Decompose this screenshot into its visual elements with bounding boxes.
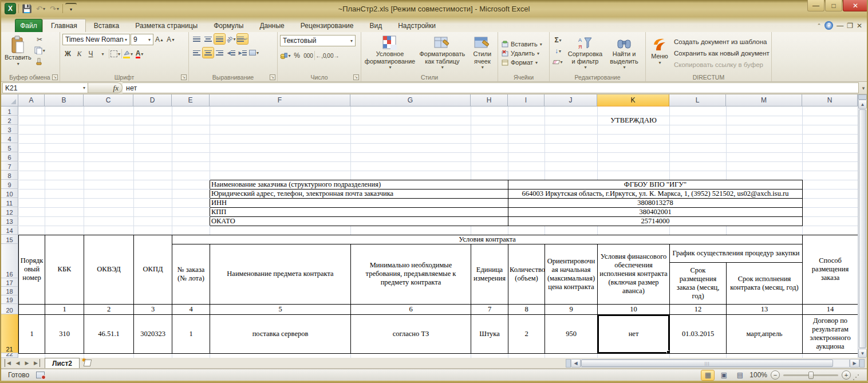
th-order-no[interactable]: № заказа (№ лота) [172,244,210,304]
cell[interactable] [471,171,508,180]
wrap-text-icon[interactable]: ↵ [237,34,248,44]
cell[interactable] [545,106,598,116]
th-terms[interactable]: Условия контракта [172,235,803,244]
workbook-minimize-icon[interactable]: — [837,22,843,30]
cell-I21[interactable]: 2 [508,314,545,353]
cell[interactable] [508,143,545,152]
directum-create-from-template[interactable]: Создать документ из шаблона [672,37,772,46]
scroll-left-icon[interactable]: ◀ [571,359,581,368]
cell[interactable] [670,116,727,125]
cell[interactable] [134,106,172,116]
delete-cells-button[interactable]: Удалить▾ [500,49,540,57]
underline-dropdown-icon[interactable]: ▾ [97,49,108,59]
info-value[interactable]: 3808013278 [508,198,803,207]
cell[interactable] [670,161,727,171]
cell[interactable] [45,189,84,198]
cell-H21[interactable]: Штука [471,314,508,353]
dialog-launcher-icon[interactable]: ↘ [52,74,58,80]
col-num[interactable]: 4 [172,304,210,314]
cell[interactable] [803,198,858,207]
sort-filter-button[interactable]: АЯ Сортировка и фильтр▾ [564,34,606,72]
tab-view[interactable]: Вид [361,19,390,32]
number-format-select[interactable]: Текстовый▾ [280,35,356,46]
orientation-icon[interactable]: ab▾ [226,34,236,44]
cell[interactable] [803,125,858,134]
cell[interactable] [84,152,134,161]
paste-button[interactable]: Вставить▾ [2,34,34,68]
row-header-16[interactable]: 16 [1,244,18,278]
info-value[interactable]: 25714000 [508,216,803,226]
cell[interactable] [471,125,508,134]
info-value[interactable]: ФГБОУ ВПО "ИГУ" [508,180,803,189]
cell[interactable] [172,207,210,216]
cell[interactable] [727,152,803,161]
col-header-D[interactable]: D [133,94,172,106]
cell[interactable] [598,353,670,358]
cell-A21[interactable]: 1 [19,314,45,353]
cell[interactable] [45,198,84,207]
borders-icon[interactable]: ▾ [110,49,121,59]
first-sheet-icon[interactable]: ◀ [5,359,13,367]
info-value[interactable]: 380402001 [508,207,803,216]
horizontal-scrollbar[interactable]: ◀ ||| ▶ [566,358,867,368]
cell[interactable] [84,116,134,125]
insert-cells-button[interactable]: Вставить▾ [500,40,543,48]
cell[interactable] [545,171,598,180]
increase-indent-icon[interactable]: ▶ [237,48,248,58]
cut-icon[interactable]: ✂ [34,34,45,45]
macro-record-icon[interactable] [36,372,45,378]
cell[interactable] [727,125,803,134]
cell[interactable] [19,216,45,226]
cell[interactable] [803,152,858,161]
cell[interactable] [172,161,210,171]
cell[interactable] [210,161,351,171]
prev-sheet-icon[interactable]: ◀ [14,359,22,367]
cell[interactable] [727,143,803,152]
col-num[interactable]: 13 [727,304,803,314]
cell[interactable] [545,125,598,134]
cell[interactable] [210,125,351,134]
cell[interactable] [471,143,508,152]
save-icon[interactable]: 💾 [21,3,33,14]
cell[interactable] [545,353,598,358]
cell-K2-approve[interactable]: УТВЕРЖДАЮ [598,116,670,125]
cell[interactable] [351,106,471,116]
cell[interactable] [84,180,134,189]
autosum-icon[interactable]: Σ▾ [553,35,563,45]
maximize-button[interactable]: □ [825,0,842,11]
insert-function-button[interactable]: fx [88,82,123,93]
th-okved[interactable]: ОКВЭД [84,235,134,304]
col-header-H[interactable]: H [471,94,508,106]
cell[interactable] [134,226,172,235]
bold-button[interactable]: Ж [62,49,73,59]
cell[interactable] [84,189,134,198]
row-header-5[interactable]: 5 [1,143,18,152]
cell[interactable] [210,134,351,143]
row-header-13[interactable]: 13 [1,216,18,226]
cell[interactable] [727,134,803,143]
cell[interactable] [727,116,803,125]
cell[interactable] [45,152,84,161]
cell[interactable] [351,125,471,134]
decrease-decimal-icon[interactable]: ,00→ [327,50,338,61]
cell[interactable] [545,116,598,125]
cell-G21[interactable]: согласно ТЗ [351,314,471,353]
cell[interactable] [45,216,84,226]
row-header-8[interactable]: 8 [1,171,18,180]
cell[interactable] [172,180,210,189]
cell[interactable] [471,152,508,161]
cell[interactable] [670,106,727,116]
cell[interactable] [803,116,858,125]
cell[interactable] [172,143,210,152]
cell[interactable] [45,134,84,143]
cell[interactable] [670,134,727,143]
cell[interactable] [803,161,858,171]
cell[interactable] [45,161,84,171]
cell-L21[interactable]: 01.03.2015 [670,314,727,353]
font-size-select[interactable]: 9▾ [131,34,153,45]
cell-D21[interactable]: 3020323 [134,314,172,353]
row-header-7[interactable]: 7 [1,161,18,171]
col-header-A[interactable]: A [18,94,45,106]
info-label[interactable]: Наименование заказчика (структурного под… [210,180,508,189]
font-family-select[interactable]: Times New Roman▾ [62,34,130,45]
